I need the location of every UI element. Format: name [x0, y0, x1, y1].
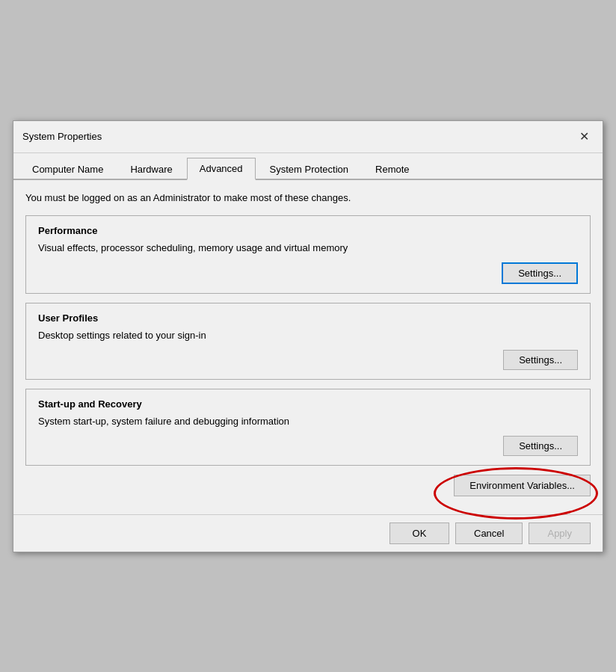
performance-section: Performance Visual effects, processor sc… [25, 215, 591, 294]
apply-button[interactable]: Apply [529, 523, 591, 544]
cancel-button[interactable]: Cancel [455, 523, 523, 544]
startup-recovery-description: System start-up, system failure and debu… [38, 416, 578, 427]
user-profiles-description: Desktop settings related to your sign-in [38, 330, 578, 341]
tab-computer-name[interactable]: Computer Name [19, 158, 116, 180]
ok-button[interactable]: OK [389, 523, 449, 544]
tab-advanced[interactable]: Advanced [187, 158, 256, 180]
tab-content: You must be logged on as an Administrato… [13, 180, 603, 514]
tab-bar: Computer Name Hardware Advanced System P… [13, 153, 603, 180]
user-profiles-section: User Profiles Desktop settings related t… [25, 303, 591, 380]
performance-description: Visual effects, processor scheduling, me… [38, 242, 578, 253]
tab-system-protection[interactable]: System Protection [257, 158, 362, 180]
tab-hardware[interactable]: Hardware [117, 158, 185, 180]
bottom-bar: OK Cancel Apply [13, 514, 603, 552]
startup-recovery-section: Start-up and Recovery System start-up, s… [25, 389, 591, 466]
user-profiles-settings-button[interactable]: Settings... [503, 350, 578, 370]
admin-notice: You must be logged on as an Administrato… [25, 192, 591, 203]
close-button[interactable]: ✕ [574, 127, 594, 147]
performance-title: Performance [38, 225, 578, 236]
title-bar: System Properties ✕ [13, 121, 603, 153]
user-profiles-title: User Profiles [38, 312, 578, 324]
system-properties-window: System Properties ✕ Computer Name Hardwa… [13, 120, 603, 552]
startup-recovery-title: Start-up and Recovery [38, 398, 578, 410]
performance-settings-button[interactable]: Settings... [502, 262, 578, 284]
environment-variables-row: Environment Variables... [25, 475, 591, 496]
startup-recovery-settings-button[interactable]: Settings... [503, 436, 578, 456]
environment-variables-button[interactable]: Environment Variables... [454, 475, 591, 496]
tab-remote[interactable]: Remote [363, 158, 422, 180]
window-title: System Properties [22, 131, 102, 142]
